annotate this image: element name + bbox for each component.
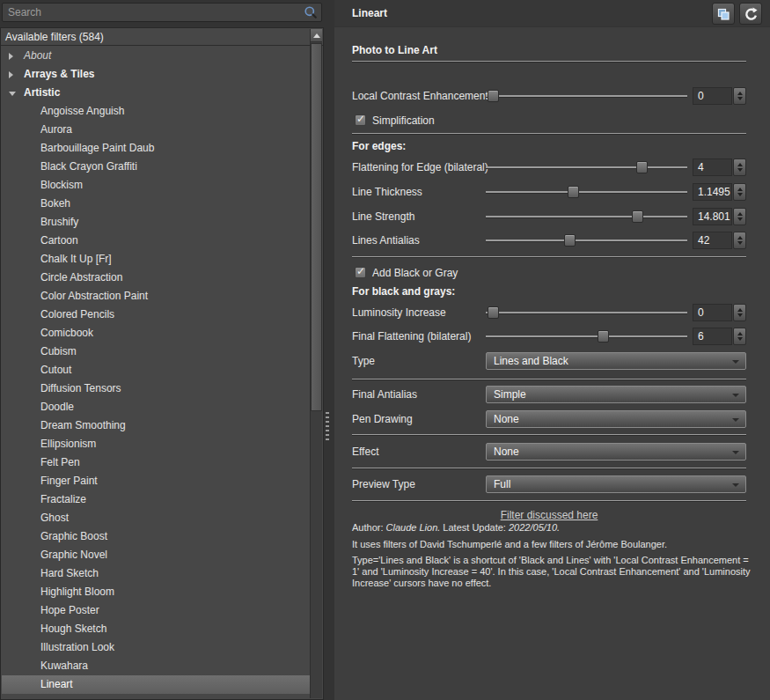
filter-item[interactable]: Highlight Bloom [2, 583, 310, 601]
filter-item-label: Finger Paint [40, 475, 98, 487]
spin-buttons[interactable] [733, 158, 746, 176]
lines-antialias-slider[interactable] [486, 234, 687, 247]
filter-item[interactable]: Chalk It Up [Fr] [2, 250, 310, 269]
filter-item[interactable]: Blockism [2, 176, 310, 195]
filter-item[interactable]: Hough Sketch [2, 620, 310, 638]
simplification-checkbox[interactable] [355, 114, 366, 126]
filter-item[interactable]: Lineart [2, 675, 310, 694]
filter-item-label: Angoisse Anguish [40, 105, 124, 117]
scrollbar[interactable] [310, 29, 322, 698]
param-row-final-antialias: Final Antialias Simple [352, 383, 746, 406]
filter-item[interactable]: Diffusion Tensors [2, 379, 310, 398]
spin-value[interactable]: 6 [693, 328, 732, 345]
search-bar [2, 3, 322, 22]
param-row-line-strength: Line Strength 14.801 [352, 205, 746, 228]
spin-value[interactable]: 42 [693, 232, 732, 249]
filter-item[interactable]: Finger Paint [2, 472, 310, 490]
filter-item[interactable]: Fractalize [2, 490, 310, 509]
filter-item[interactable]: Hope Poster [2, 601, 310, 620]
filter-item[interactable]: Circle Abstraction [2, 269, 310, 287]
spin-buttons[interactable] [733, 328, 746, 345]
filter-item[interactable]: Ghost [2, 509, 310, 527]
filter-category[interactable]: Artistic [2, 84, 310, 102]
preview-type-dropdown[interactable]: Full [486, 475, 746, 493]
slider-thumb[interactable] [632, 210, 643, 223]
luminosity-slider[interactable] [486, 306, 687, 319]
param-row-flattening-edge: Flattening for Edge (bilateral) 4 [352, 156, 746, 179]
filter-item[interactable]: Cutout [2, 361, 310, 379]
effect-dropdown[interactable]: None [486, 443, 746, 461]
filter-item[interactable]: Felt Pen [2, 453, 310, 472]
slider-track [486, 312, 687, 313]
filter-item[interactable]: Hard Sketch [2, 564, 310, 583]
spin-value[interactable]: 4 [693, 158, 732, 176]
spin-buttons[interactable] [733, 232, 746, 249]
spin-value[interactable]: 0 [693, 87, 732, 105]
local-contrast-slider[interactable] [486, 90, 687, 102]
filter-item[interactable]: Cubism [2, 343, 310, 361]
final-flattening-slider[interactable] [486, 330, 687, 343]
filter-item[interactable]: Angoisse Anguish [2, 102, 310, 121]
filter-item[interactable]: Color Abstraction Paint [2, 287, 310, 306]
line-strength-slider[interactable] [486, 210, 687, 223]
slider-thumb[interactable] [636, 161, 648, 173]
filter-item[interactable]: Graphic Novel [2, 546, 310, 564]
filter-list-header: Available filters (584) [1, 28, 323, 46]
filter-category[interactable]: Arrays & Tiles [2, 65, 310, 84]
filter-item[interactable]: Linify [2, 694, 310, 698]
panel-splitter-handle[interactable] [326, 412, 329, 441]
scroll-up-button[interactable] [311, 29, 322, 42]
filter-item[interactable]: Kuwahara [2, 657, 310, 675]
flattening-edge-spinbox: 4 [693, 158, 746, 176]
final-antialias-dropdown[interactable]: Simple [486, 386, 746, 403]
filter-item[interactable]: Ellipsionism [2, 435, 310, 453]
filter-item[interactable]: Illustration Look [2, 638, 310, 657]
search-input[interactable] [2, 3, 322, 22]
filter-category[interactable]: About [2, 47, 310, 65]
filter-item[interactable]: Bokeh [2, 195, 310, 213]
filter-item-label: Ghost [40, 512, 69, 524]
chevron-collapsed-icon[interactable] [9, 71, 13, 78]
filter-item[interactable]: Dream Smoothing [2, 416, 310, 435]
filter-list: Available filters (584) AboutArrays & Ti… [0, 27, 324, 700]
spin-buttons[interactable] [733, 208, 746, 225]
pen-drawing-dropdown[interactable]: None [486, 410, 746, 428]
filter-item[interactable]: Doodle [2, 398, 310, 416]
filter-discussion-link[interactable]: Filter discussed here [501, 509, 598, 521]
copy-to-layers-button[interactable] [712, 3, 735, 25]
spin-value[interactable]: 14.801 [693, 208, 732, 225]
reset-settings-button[interactable] [739, 3, 762, 25]
filter-item[interactable]: Comicbook [2, 324, 310, 343]
filter-item-label: Aurora [40, 123, 72, 136]
filter-browser-panel: Available filters (584) AboutArrays & Ti… [0, 0, 324, 700]
filter-item[interactable]: Cartoon [2, 232, 310, 250]
filter-item[interactable]: Barbouillage Paint Daub [2, 139, 310, 158]
slider-thumb[interactable] [598, 330, 609, 343]
slider-thumb[interactable] [568, 186, 579, 198]
scrollbar-thumb[interactable] [311, 43, 322, 411]
filter-item[interactable]: Graphic Boost [2, 527, 310, 546]
type-dropdown[interactable]: Lines and Black [486, 352, 746, 370]
chevron-collapsed-icon[interactable] [9, 53, 13, 60]
filter-item[interactable]: Brushify [2, 213, 310, 232]
line-thickness-slider[interactable] [486, 186, 687, 198]
flattening-edge-slider[interactable] [486, 161, 687, 173]
chevron-expanded-icon[interactable] [9, 92, 16, 96]
slider-thumb[interactable] [488, 90, 499, 102]
spin-buttons[interactable] [733, 87, 746, 105]
add-black-checkbox[interactable] [355, 267, 366, 278]
filter-item-label: Blockism [40, 179, 83, 191]
param-row-luminosity: Luminosity Increase 0 [352, 301, 746, 324]
filter-item[interactable]: Black Crayon Graffiti [2, 158, 310, 176]
spin-buttons[interactable] [733, 183, 746, 201]
slider-thumb[interactable] [564, 234, 576, 247]
filter-item-label: Black Crayon Graffiti [40, 160, 137, 173]
spin-value[interactable]: 0 [693, 304, 732, 321]
filter-item[interactable]: Colored Pencils [2, 306, 310, 324]
filter-item-label: Illustration Look [40, 641, 114, 653]
spin-value[interactable]: 1.1495 [693, 183, 732, 201]
spin-buttons[interactable] [733, 304, 746, 321]
filter-item[interactable]: Aurora [2, 121, 310, 139]
separator [352, 256, 746, 257]
slider-thumb[interactable] [488, 306, 499, 319]
